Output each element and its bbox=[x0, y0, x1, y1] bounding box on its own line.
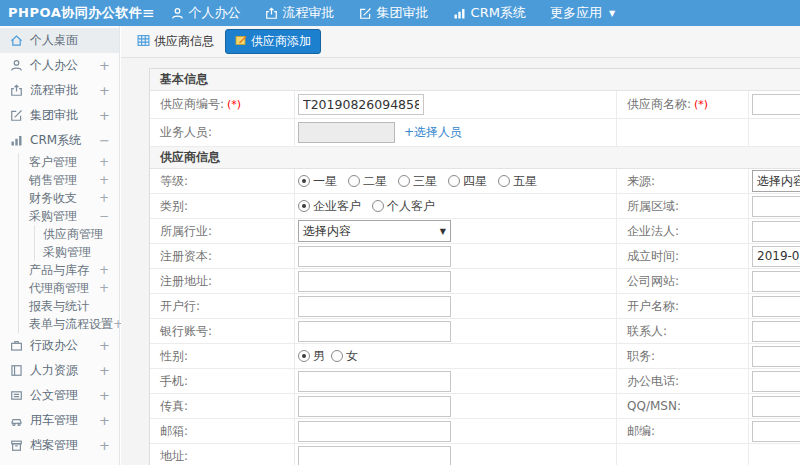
topnav-item-group-approval[interactable]: 集团审批 bbox=[359, 4, 429, 22]
sidebar-item-administration[interactable]: 行政办公 + bbox=[0, 333, 119, 358]
tab-supplier-info[interactable]: 供应商信息 bbox=[135, 30, 216, 53]
sidebar-item-workflow-approval[interactable]: 流程审批 + bbox=[0, 78, 119, 103]
sidebar-item-purchasing[interactable]: 采购管理 bbox=[35, 243, 119, 261]
field-label: 公司网站: bbox=[617, 269, 749, 293]
zip-input[interactable] bbox=[752, 421, 800, 442]
position-input[interactable] bbox=[752, 346, 800, 367]
bank-account-input[interactable] bbox=[298, 321, 451, 342]
sidebar-item-agent-mgmt[interactable]: 代理商管理 + bbox=[19, 279, 119, 297]
contact-input[interactable] bbox=[752, 321, 800, 342]
expand-icon[interactable]: + bbox=[99, 173, 109, 187]
sidebar-item-crm[interactable]: CRM系统 − bbox=[0, 128, 119, 153]
expand-icon[interactable]: + bbox=[99, 108, 110, 123]
sidebar-item-supplier-mgmt[interactable]: 供应商管理 bbox=[35, 225, 119, 243]
expand-icon[interactable]: + bbox=[99, 263, 109, 277]
empty-cell bbox=[749, 119, 800, 146]
industry-select[interactable]: 选择内容▼ bbox=[298, 220, 451, 242]
select-arrow-icon: ▼ bbox=[440, 227, 446, 236]
collapse-icon[interactable]: − bbox=[99, 133, 110, 148]
sidebar-item-document-mgmt[interactable]: 公文管理 + bbox=[0, 383, 119, 408]
topnav-item-personal-office[interactable]: 个人办公 bbox=[171, 4, 241, 22]
section-header-supplier-info: 供应商信息 bbox=[150, 147, 800, 169]
sidebar-item-personal-office[interactable]: 个人办公 + bbox=[0, 53, 119, 78]
supplier-name-input[interactable] bbox=[752, 94, 800, 115]
radio-option-male[interactable]: 男 bbox=[298, 348, 325, 365]
radio-option-one-star[interactable]: 一星 bbox=[298, 173, 337, 190]
approval-icon bbox=[265, 7, 278, 20]
field-label: 所属行业: bbox=[150, 219, 295, 243]
registered-capital-input[interactable] bbox=[298, 246, 451, 267]
expand-icon[interactable]: + bbox=[99, 191, 109, 205]
topnav-item-more-apps[interactable]: 更多应用 ▼ bbox=[550, 4, 615, 22]
expand-icon[interactable]: + bbox=[99, 413, 110, 428]
sidebar-item-sales-mgmt[interactable]: 销售管理 + bbox=[19, 171, 119, 189]
sidebar-item-archive-mgmt[interactable]: 档案管理 + bbox=[0, 433, 119, 458]
sidebar-item-form-workflow-settings[interactable]: 表单与流程设置 + bbox=[19, 315, 119, 333]
founded-date-input[interactable] bbox=[752, 246, 800, 267]
sidebar-item-personal-desktop[interactable]: 个人桌面 bbox=[0, 28, 119, 53]
sidebar-item-vehicle-mgmt[interactable]: 用车管理 + bbox=[0, 408, 119, 433]
sidebar-item-finance[interactable]: 财务收支 + bbox=[19, 189, 119, 207]
expand-icon[interactable]: + bbox=[99, 155, 109, 169]
mobile-input[interactable] bbox=[298, 371, 451, 392]
edit-icon bbox=[359, 7, 372, 20]
field-label: 注册资本: bbox=[150, 244, 295, 268]
account-name-input[interactable] bbox=[752, 296, 800, 317]
qq-msn-input[interactable] bbox=[752, 396, 800, 417]
region-input[interactable] bbox=[752, 196, 800, 217]
level-radio-group: 一星 二星 三星 四星 五星 bbox=[298, 173, 537, 190]
field-label: 供应商名称:(*) bbox=[617, 91, 749, 118]
expand-icon[interactable]: + bbox=[99, 83, 110, 98]
address-input[interactable] bbox=[298, 446, 451, 465]
collapse-icon[interactable]: − bbox=[99, 209, 109, 223]
bank-input[interactable] bbox=[298, 296, 451, 317]
topnav-item-workflow-approval[interactable]: 流程审批 bbox=[265, 4, 335, 22]
field-label: 职务: bbox=[617, 344, 749, 368]
hamburger-menu-icon[interactable]: ≡ bbox=[142, 6, 155, 21]
radio-option-individual[interactable]: 个人客户 bbox=[372, 198, 435, 215]
website-input[interactable] bbox=[752, 271, 800, 292]
sidebar-item-product-inventory[interactable]: 产品与库存 + bbox=[19, 261, 119, 279]
sidebar-item-human-resources[interactable]: 人力资源 + bbox=[0, 358, 119, 383]
empty-cell bbox=[749, 444, 800, 465]
expand-icon[interactable]: + bbox=[99, 363, 110, 378]
radio-option-enterprise[interactable]: 企业客户 bbox=[298, 198, 361, 215]
archive-icon bbox=[10, 439, 24, 452]
email-input[interactable] bbox=[298, 421, 451, 442]
form-row: 供应商编号:(*) 供应商名称:(*) bbox=[150, 91, 800, 119]
form-row: 所属行业: 选择内容▼ 企业法人: bbox=[150, 219, 800, 244]
home-icon bbox=[10, 34, 24, 47]
sidebar-item-purchase-mgmt[interactable]: 采购管理 − bbox=[19, 207, 119, 225]
form-row: 地址: bbox=[150, 444, 800, 465]
select-person-link[interactable]: +选择人员 bbox=[404, 124, 462, 141]
fax-input[interactable] bbox=[298, 396, 451, 417]
document-icon bbox=[10, 389, 24, 402]
expand-icon[interactable]: + bbox=[99, 388, 110, 403]
sidebar-item-customer-mgmt[interactable]: 客户管理 + bbox=[19, 153, 119, 171]
field-label: 传真: bbox=[150, 394, 295, 418]
office-phone-input[interactable] bbox=[752, 371, 800, 392]
required-mark: (*) bbox=[227, 98, 241, 111]
radio-option-two-star[interactable]: 二星 bbox=[348, 173, 387, 190]
radio-option-four-star[interactable]: 四星 bbox=[448, 173, 487, 190]
sidebar-item-group-approval[interactable]: 集团审批 + bbox=[0, 103, 119, 128]
expand-icon[interactable]: + bbox=[99, 438, 110, 453]
briefcase-icon bbox=[10, 339, 24, 352]
source-select[interactable]: 选择内容▼ bbox=[752, 170, 800, 192]
radio-option-female[interactable]: 女 bbox=[331, 348, 358, 365]
expand-icon[interactable]: + bbox=[99, 58, 110, 73]
supplier-no-input[interactable] bbox=[298, 94, 424, 115]
expand-icon[interactable]: + bbox=[99, 281, 109, 295]
top-bar: PHPOA协同办公软件 ≡ 个人办公 流程审批 集团审批 CRM系统 更多应用 … bbox=[0, 0, 800, 26]
business-person-input bbox=[298, 122, 395, 143]
topnav-item-crm[interactable]: CRM系统 bbox=[453, 4, 526, 22]
field-label: 地址: bbox=[150, 444, 295, 465]
sidebar-item-reports-stats[interactable]: 报表与统计 bbox=[19, 297, 119, 315]
radio-option-three-star[interactable]: 三星 bbox=[398, 173, 437, 190]
legal-person-input[interactable] bbox=[752, 221, 800, 242]
tab-supplier-add[interactable]: 供应商添加 bbox=[225, 29, 321, 54]
radio-icon bbox=[298, 200, 310, 212]
expand-icon[interactable]: + bbox=[99, 338, 110, 353]
radio-option-five-star[interactable]: 五星 bbox=[498, 173, 537, 190]
registered-address-input[interactable] bbox=[298, 271, 451, 292]
